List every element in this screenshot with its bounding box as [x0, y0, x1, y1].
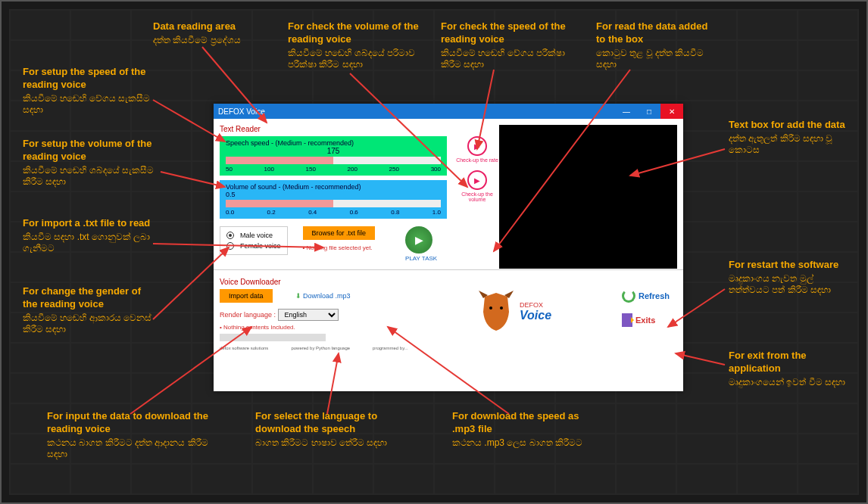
speed-panel: Speech speed - (Medium - recommended) 17… [220, 136, 447, 176]
annotation-restart: For restart the softwareමෘදුකාංගය නැවත ම… [729, 259, 850, 297]
speed-label: Speech speed - (Medium - recommended) [226, 139, 441, 147]
window-title: DEFOX Voice [218, 107, 265, 116]
refresh-icon [622, 289, 635, 303]
annotation-setup-volume: For setup the volume of the reading voic… [23, 138, 159, 188]
voice-downloader-label: Voice Downloader [220, 278, 677, 286]
browse-txt-button[interactable]: Browse for .txt file [303, 226, 376, 240]
exit-icon [622, 313, 632, 327]
app-window: DEFOX Voice — □ ✕ Text Reader Speech spe… [214, 104, 683, 391]
download-mp3-link[interactable]: ⬇ Download .mp3 [295, 292, 351, 300]
play-task-label: PLAY TASK [405, 255, 437, 262]
minimize-icon[interactable]: — [615, 104, 638, 119]
exit-button[interactable]: Exits [622, 313, 670, 327]
annotation-import-txt: For import a .txt file to readකියවීම සඳහ… [23, 217, 151, 255]
annotation-exit: For exit from the applicationමෘදුකාංගයෙන… [729, 350, 850, 388]
male-voice-radio[interactable]: Male voice [226, 230, 281, 241]
speed-slider[interactable] [226, 157, 441, 164]
annotation-setup-speed: For setup the speed of the reading voice… [23, 66, 151, 117]
nothing-file-note: • Nothing file selected yet. [303, 244, 376, 251]
refresh-button[interactable]: Refresh [622, 289, 670, 303]
annotation-download-mp3: For download the speed as .mp3 fileකථනය … [452, 410, 604, 449]
annotation-read-data: For read the data added to the boxකොටුව … [596, 20, 717, 71]
female-voice-radio[interactable]: Female voice [226, 241, 281, 251]
volume-slider[interactable] [226, 200, 441, 207]
fox-logo-icon [477, 289, 515, 334]
language-select[interactable]: English [278, 309, 339, 321]
annotation-data-reading: Data reading areaදත්ත කියවීමේ ප්‍රදේශය [153, 20, 241, 46]
import-data-button[interactable]: Import data [220, 289, 273, 303]
annotation-check-speed: For check the speed of the reading voice… [441, 20, 577, 71]
volume-panel: Volume of sound - (Medium - recommended)… [220, 180, 447, 219]
volume-label: Volume of sound - (Medium - recommended) [226, 183, 441, 191]
play-task-button[interactable]: ▶ [405, 226, 432, 254]
text-input-area[interactable] [499, 125, 677, 269]
annotation-input-download: For input the data to download the readi… [47, 410, 221, 461]
svg-point-1 [500, 306, 503, 310]
check-volume-label: Check-up the volume [454, 191, 500, 202]
speed-value: 175 [226, 147, 441, 155]
annotation-select-lang: For select the language to download the … [255, 410, 422, 449]
logo-text: DEFOX Voice [520, 301, 551, 322]
svg-point-0 [489, 306, 492, 310]
annotation-text-box: Text box for add the dataදත්ත ඇතුලත් කිර… [729, 119, 850, 157]
volume-ticks: 0.00.20.40.60.81.0 [226, 209, 441, 216]
titlebar[interactable]: DEFOX Voice — □ ✕ [214, 104, 683, 119]
annotation-change-gender: For change the gender of the reading voi… [23, 285, 151, 336]
speed-ticks: 50100150200250300 [226, 166, 441, 173]
render-lang-label: Render language : [220, 311, 276, 319]
maximize-icon[interactable]: □ [638, 104, 660, 119]
footer-credits: defox software solutionspowered by Pytho… [220, 346, 677, 350]
nothing-contents-note: • Nothing contents Included. [220, 324, 432, 331]
volume-value: 0.5 [226, 191, 441, 198]
progress-bar [220, 334, 326, 341]
annotation-check-volume: For check the volume of the reading voic… [288, 20, 424, 71]
check-rate-button[interactable]: ▶ [467, 136, 487, 156]
close-icon[interactable]: ✕ [660, 104, 683, 119]
check-volume-button[interactable]: ▶ [467, 170, 487, 190]
check-rate-label: Check-up the rate [454, 157, 500, 163]
